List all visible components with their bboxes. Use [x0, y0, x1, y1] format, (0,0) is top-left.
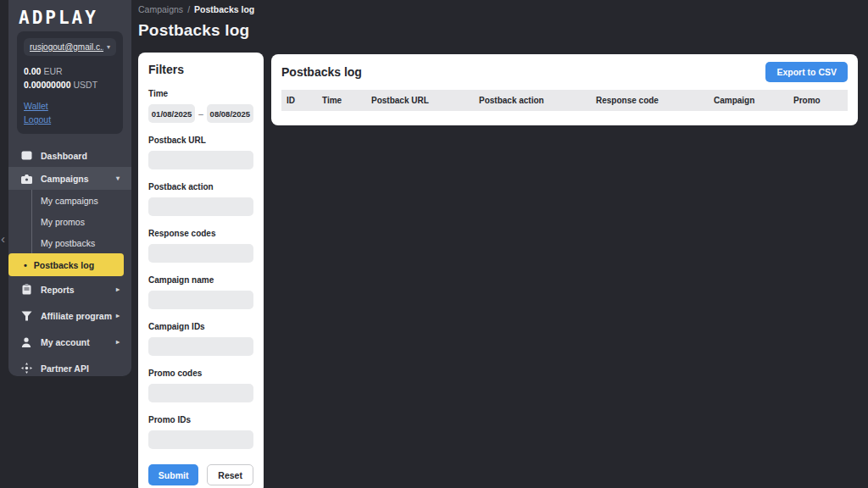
wallet-link[interactable]: Wallet — [24, 99, 116, 114]
column-header-postback-action: Postback action — [479, 96, 596, 105]
postback-url-label: Postback URL — [148, 136, 253, 145]
campaign-name-input[interactable] — [148, 291, 253, 309]
sidebar-nav: Dashboard Campaigns ▾ My campaigns My pr… — [8, 144, 131, 381]
chevron-down-icon: ▾ — [116, 175, 120, 182]
export-csv-button[interactable]: Export to CSV — [765, 62, 848, 82]
promo-ids-label: Promo IDs — [148, 415, 253, 424]
balance-usdt-currency: USDT — [73, 80, 97, 90]
reports-icon — [20, 284, 32, 296]
breadcrumb-campaigns[interactable]: Campaigns — [138, 4, 183, 14]
column-header-campaign: Campaign — [714, 96, 793, 105]
filters-panel: Filters Time 01/08/2025 – 08/08/2025 Pos… — [138, 53, 264, 488]
balances: 0.00EUR 0.00000000USDT — [24, 64, 116, 92]
funnel-icon — [20, 310, 32, 322]
balance-eur-currency: EUR — [43, 66, 62, 76]
campaign-ids-input[interactable] — [148, 337, 253, 356]
sidebar: ADPLAY rusjogout@gmail.c... ▾ 0.00EUR 0.… — [8, 0, 131, 376]
balance-eur: 0.00EUR — [24, 64, 116, 78]
date-range: 01/08/2025 – 08/08/2025 — [148, 104, 253, 123]
sidebar-item-dashboard[interactable]: Dashboard — [8, 144, 131, 167]
sidebar-item-label: My campaigns — [41, 196, 98, 206]
campaign-name-label: Campaign name — [148, 275, 253, 285]
table-head: Postbacks log Export to CSV — [281, 62, 848, 82]
sidebar-item-my-account[interactable]: My account ▸ — [8, 329, 131, 355]
response-codes-label: Response codes — [148, 229, 253, 238]
table-empty-body — [281, 111, 848, 125]
campaign-ids-label: Campaign IDs — [148, 322, 253, 331]
column-header-id: ID — [287, 96, 322, 105]
sidebar-item-label: Postbacks log — [34, 260, 94, 270]
filters-title: Filters — [148, 63, 253, 76]
person-icon — [20, 336, 32, 348]
breadcrumb-current: Postbacks log — [194, 4, 254, 14]
campaigns-submenu: My campaigns My promos My postbacks • Po… — [8, 190, 131, 276]
date-from-input[interactable]: 01/08/2025 — [148, 104, 195, 123]
date-to-input[interactable]: 08/08/2025 — [207, 104, 253, 123]
breadcrumb: Campaigns / Postbacks log — [138, 4, 254, 14]
sidebar-item-label: Dashboard — [41, 151, 87, 161]
chevron-right-icon: ▸ — [116, 338, 120, 346]
logout-link[interactable]: Logout — [24, 113, 116, 127]
postback-action-input[interactable] — [148, 197, 253, 216]
postbacks-log-panel: Postbacks log Export to CSV ID Time Post… — [271, 54, 858, 125]
page-title: Postbacks log — [138, 21, 249, 40]
sidebar-item-reports[interactable]: Reports ▸ — [8, 276, 131, 302]
chevron-down-icon: ▾ — [107, 43, 110, 51]
campaigns-icon — [20, 173, 32, 185]
sidebar-item-postbacks-log[interactable]: • Postbacks log — [8, 253, 124, 276]
bullet-icon: • — [24, 260, 27, 270]
filters-buttons: Submit Reset — [148, 464, 253, 485]
logo[interactable]: ADPLAY — [19, 8, 121, 28]
balance-usdt: 0.00000000USDT — [24, 78, 116, 92]
table-title: Postbacks log — [281, 65, 362, 79]
sidebar-item-label: Affiliate program — [41, 311, 112, 321]
promo-codes-input[interactable] — [148, 384, 253, 402]
postback-url-input[interactable] — [148, 151, 253, 169]
sidebar-item-label: Partner API — [41, 363, 89, 374]
time-label: Time — [148, 89, 253, 98]
sidebar-item-label: My postbacks — [41, 238, 95, 248]
account-email-button[interactable]: rusjogout@gmail.c... ▾ — [24, 38, 116, 56]
sidebar-item-affiliate-program[interactable]: Affiliate program ▸ — [8, 302, 131, 329]
sidebar-collapse-icon[interactable]: ‹ — [1, 230, 9, 247]
reset-button[interactable]: Reset — [207, 464, 253, 485]
response-codes-input[interactable] — [148, 244, 253, 263]
postback-action-label: Postback action — [148, 182, 253, 191]
column-header-time: Time — [322, 96, 371, 105]
sidebar-item-label: Reports — [41, 285, 75, 295]
sidebar-item-my-postbacks[interactable]: My postbacks — [8, 232, 131, 253]
promo-codes-label: Promo codes — [148, 369, 253, 378]
api-crosshair-icon — [20, 363, 32, 374]
balance-usdt-amount: 0.00000000 — [24, 80, 70, 90]
account-panel: rusjogout@gmail.c... ▾ 0.00EUR 0.0000000… — [17, 31, 123, 134]
sidebar-item-my-promos[interactable]: My promos — [8, 211, 131, 232]
column-header-promo: Promo — [793, 96, 848, 105]
sidebar-item-label: My account — [41, 337, 90, 347]
sidebar-item-campaigns[interactable]: Campaigns ▾ — [8, 167, 131, 190]
table-header-row: ID Time Postback URL Postback action Res… — [281, 90, 848, 111]
account-links: Wallet Logout — [24, 99, 116, 128]
sidebar-item-label: My promos — [41, 217, 85, 227]
chevron-right-icon: ▸ — [116, 286, 120, 293]
balance-eur-amount: 0.00 — [24, 66, 41, 76]
sidebar-item-my-campaigns[interactable]: My campaigns — [8, 190, 131, 211]
promo-ids-input[interactable] — [148, 430, 253, 449]
breadcrumb-separator: / — [187, 4, 190, 14]
date-range-separator: – — [198, 109, 203, 119]
column-header-response-code: Response code — [596, 96, 714, 105]
dashboard-icon — [20, 150, 32, 162]
column-header-postback-url: Postback URL — [371, 96, 479, 105]
sidebar-item-label: Campaigns — [41, 174, 89, 184]
submit-button[interactable]: Submit — [148, 464, 198, 485]
sidebar-item-partner-api[interactable]: Partner API — [8, 355, 131, 381]
chevron-right-icon: ▸ — [116, 312, 120, 319]
account-email: rusjogout@gmail.c... — [30, 42, 103, 52]
